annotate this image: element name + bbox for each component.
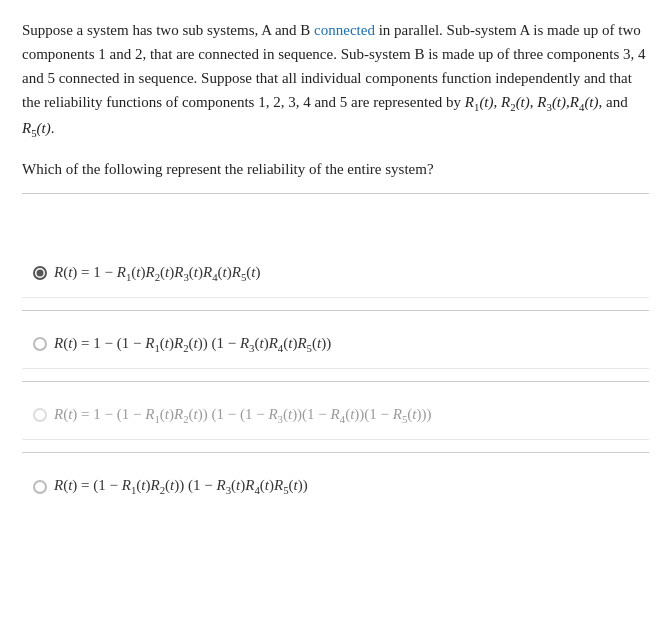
spacer	[22, 204, 649, 242]
radio-wrap-e[interactable]	[26, 480, 54, 494]
radio-c[interactable]	[33, 408, 47, 422]
radio-wrap-c[interactable]	[26, 408, 54, 422]
highlight-connected: connected	[314, 22, 375, 38]
which-line: Which of the following represent the rel…	[22, 157, 649, 181]
radio-wrap-a[interactable]	[26, 266, 54, 280]
divider-top	[22, 193, 649, 194]
option-label-c: R(t) = 1 − (1 − R1(t)R2(t)) (1 − (1 − R3…	[54, 403, 432, 427]
option-label-a: R(t) = 1 − R1(t)R2(t)R3(t)R4(t)R5(t)	[54, 261, 261, 285]
divider-d	[22, 452, 649, 453]
highlight-the: the	[325, 161, 343, 177]
options-area: R(t) = 1 − R1(t)R2(t)R3(t)R4(t)R5(t) R(t…	[22, 250, 649, 511]
formula-r2: R	[501, 94, 510, 110]
formula-r1: R	[465, 94, 474, 110]
option-row-b[interactable]: R(t) = 1 − (1 − R1(t)R2(t)) (1 − R3(t)R4…	[22, 321, 649, 369]
option-label-b: R(t) = 1 − (1 − R1(t)R2(t)) (1 − R3(t)R4…	[54, 332, 331, 356]
option-label-e: R(t) = (1 − R1(t)R2(t)) (1 − R3(t)R4(t)R…	[54, 474, 308, 498]
divider-b	[22, 310, 649, 311]
option-row-a[interactable]: R(t) = 1 − R1(t)R2(t)R3(t)R4(t)R5(t)	[22, 250, 649, 298]
option-row-c[interactable]: R(t) = 1 − (1 − R1(t)R2(t)) (1 − (1 − R3…	[22, 392, 649, 440]
question-container: Suppose a system has two sub systems, A …	[22, 18, 649, 511]
radio-e[interactable]	[33, 480, 47, 494]
radio-a[interactable]	[33, 266, 47, 280]
question-text: Suppose a system has two sub systems, A …	[22, 18, 649, 143]
option-row-e[interactable]: R(t) = (1 − R1(t)R2(t)) (1 − R3(t)R4(t)R…	[22, 463, 649, 511]
divider-c	[22, 381, 649, 382]
radio-wrap-b[interactable]	[26, 337, 54, 351]
radio-b[interactable]	[33, 337, 47, 351]
